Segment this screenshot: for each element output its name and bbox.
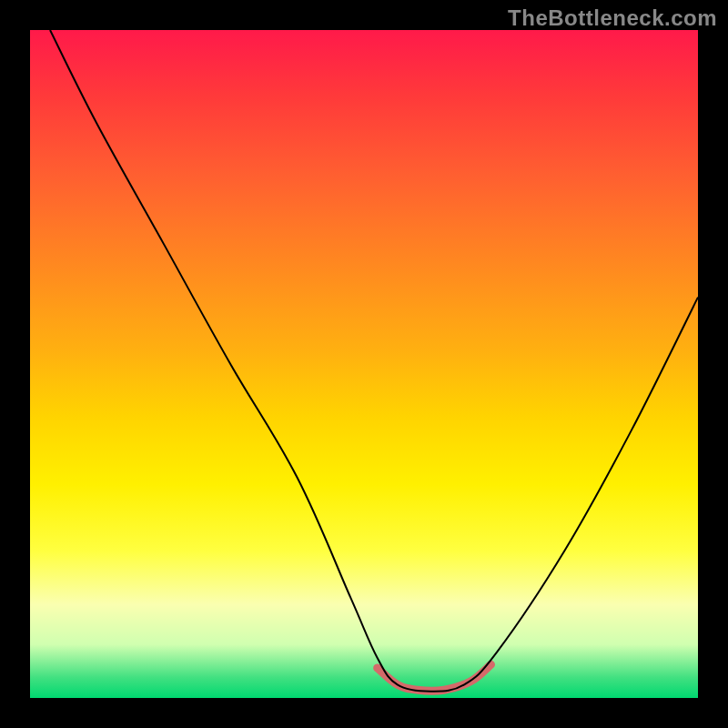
chart-container: TheBottleneck.com [0,0,728,728]
main-curve-path [50,30,698,692]
plot-area [30,30,698,698]
watermark-text: TheBottleneck.com [508,5,717,31]
chart-svg [30,30,698,698]
